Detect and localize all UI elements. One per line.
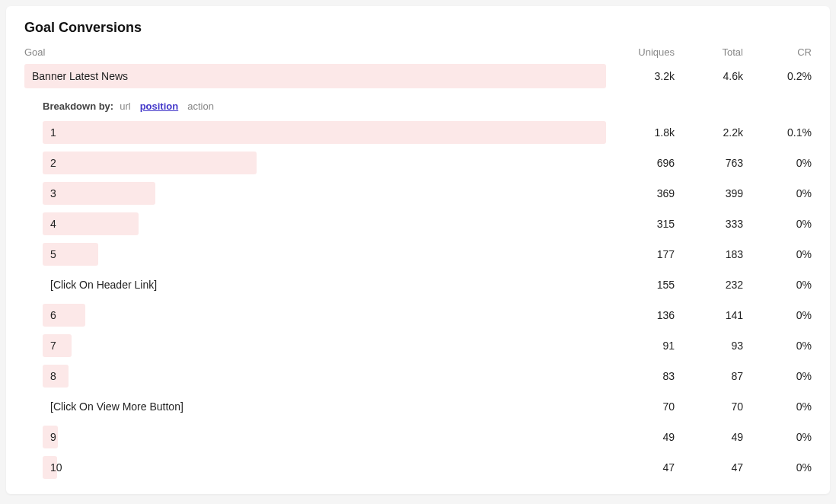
row-cr: 0% bbox=[743, 248, 812, 260]
row-uniques: 83 bbox=[606, 370, 675, 382]
row-label: 2 bbox=[43, 157, 56, 169]
table-row[interactable]: 883870% bbox=[43, 365, 812, 388]
row-total: 141 bbox=[675, 309, 743, 321]
row-label: 4 bbox=[43, 218, 56, 230]
table-row[interactable]: 791930% bbox=[43, 334, 812, 357]
row-label: 5 bbox=[43, 248, 56, 260]
row-total: 47 bbox=[675, 461, 743, 474]
row-label: 6 bbox=[43, 309, 56, 321]
goal-uniques: 3.2k bbox=[606, 70, 675, 82]
row-total: 49 bbox=[675, 431, 743, 443]
row-total: 70 bbox=[675, 400, 743, 413]
row-uniques: 49 bbox=[606, 431, 675, 443]
table-header: Goal Uniques Total CR bbox=[24, 46, 812, 58]
row-label: [Click On View More Button] bbox=[43, 400, 183, 413]
row-bar bbox=[43, 212, 139, 235]
row-total: 232 bbox=[675, 279, 743, 291]
row-uniques: 70 bbox=[606, 400, 675, 413]
card-title: Goal Conversions bbox=[24, 20, 812, 36]
row-total: 93 bbox=[675, 340, 743, 352]
row-uniques: 696 bbox=[606, 157, 675, 169]
row-cr: 0.1% bbox=[743, 126, 812, 139]
breakdown-selector: Breakdown by: urlpositionaction bbox=[24, 91, 812, 121]
goal-conversions-card: Goal Conversions Goal Uniques Total CR B… bbox=[6, 6, 830, 494]
goal-label: Banner Latest News bbox=[24, 70, 128, 82]
row-cr: 0% bbox=[743, 157, 812, 169]
row-cr: 0% bbox=[743, 309, 812, 321]
row-label: 1 bbox=[43, 126, 56, 139]
row-cr: 0% bbox=[743, 218, 812, 230]
row-label: 9 bbox=[43, 431, 56, 443]
row-uniques: 1.8k bbox=[606, 126, 675, 139]
row-cr: 0% bbox=[743, 431, 812, 443]
table-row[interactable]: 949490% bbox=[43, 426, 812, 448]
breakdown-rows: 11.8k2.2k0.1%26967630%33693990%43153330%… bbox=[24, 121, 812, 479]
col-header-goal: Goal bbox=[24, 46, 606, 58]
row-label: 8 bbox=[43, 370, 56, 382]
row-cr: 0% bbox=[743, 461, 812, 474]
row-total: 2.2k bbox=[675, 126, 743, 139]
table-row[interactable]: 33693990% bbox=[43, 182, 812, 205]
table-row[interactable]: 51771830% bbox=[43, 243, 812, 266]
col-header-cr: CR bbox=[743, 46, 812, 58]
row-cr: 0% bbox=[743, 400, 812, 413]
table-row[interactable]: [Click On View More Button]70700% bbox=[43, 395, 812, 418]
row-uniques: 136 bbox=[606, 309, 675, 321]
row-label: [Click On Header Link] bbox=[43, 279, 157, 291]
row-label: 10 bbox=[43, 461, 62, 474]
breakdown-option-position[interactable]: position bbox=[140, 100, 179, 112]
row-bar-wrap: 3 bbox=[43, 182, 606, 205]
row-uniques: 155 bbox=[606, 279, 675, 291]
breakdown-option-action[interactable]: action bbox=[187, 100, 214, 112]
table-row[interactable]: 1047470% bbox=[43, 456, 812, 479]
row-uniques: 47 bbox=[606, 461, 675, 474]
breakdown-prefix: Breakdown by: bbox=[43, 100, 113, 112]
row-bar-wrap: 1 bbox=[43, 121, 606, 144]
row-bar bbox=[43, 182, 155, 205]
breakdown-option-url[interactable]: url bbox=[120, 100, 130, 112]
row-bar-wrap: 6 bbox=[43, 304, 606, 327]
row-bar-wrap: 5 bbox=[43, 243, 606, 266]
breakdown-options: urlpositionaction bbox=[120, 100, 223, 112]
row-bar-wrap: 10 bbox=[43, 456, 606, 479]
col-header-total: Total bbox=[675, 46, 743, 58]
row-label: 3 bbox=[43, 187, 56, 199]
row-uniques: 91 bbox=[606, 340, 675, 352]
row-cr: 0% bbox=[743, 370, 812, 382]
row-cr: 0% bbox=[743, 279, 812, 291]
col-header-uniques: Uniques bbox=[606, 46, 675, 58]
row-bar-wrap: [Click On Header Link] bbox=[43, 273, 606, 296]
row-cr: 0% bbox=[743, 187, 812, 199]
table-row[interactable]: 43153330% bbox=[43, 212, 812, 235]
row-total: 333 bbox=[675, 218, 743, 230]
row-uniques: 315 bbox=[606, 218, 675, 230]
goal-row[interactable]: Banner Latest News 3.2k 4.6k 0.2% bbox=[24, 64, 812, 88]
row-total: 87 bbox=[675, 370, 743, 382]
table-row[interactable]: 26967630% bbox=[43, 152, 812, 174]
row-bar-wrap: 2 bbox=[43, 152, 606, 174]
row-bar-wrap: 4 bbox=[43, 212, 606, 235]
goal-bar-wrap: Banner Latest News bbox=[24, 64, 606, 88]
goal-total: 4.6k bbox=[675, 70, 743, 82]
row-bar bbox=[43, 121, 606, 144]
goal-cr: 0.2% bbox=[743, 70, 812, 82]
row-total: 763 bbox=[675, 157, 743, 169]
row-bar bbox=[43, 152, 257, 174]
row-cr: 0% bbox=[743, 340, 812, 352]
table-row[interactable]: [Click On Header Link]1552320% bbox=[43, 273, 812, 296]
table-row[interactable]: 11.8k2.2k0.1% bbox=[43, 121, 812, 144]
row-total: 399 bbox=[675, 187, 743, 199]
row-uniques: 369 bbox=[606, 187, 675, 199]
row-total: 183 bbox=[675, 248, 743, 260]
row-bar-wrap: 7 bbox=[43, 334, 606, 357]
table-row[interactable]: 61361410% bbox=[43, 304, 812, 327]
row-label: 7 bbox=[43, 340, 56, 352]
row-bar-wrap: [Click On View More Button] bbox=[43, 395, 606, 418]
row-uniques: 177 bbox=[606, 248, 675, 260]
row-bar-wrap: 8 bbox=[43, 365, 606, 388]
row-bar-wrap: 9 bbox=[43, 426, 606, 448]
